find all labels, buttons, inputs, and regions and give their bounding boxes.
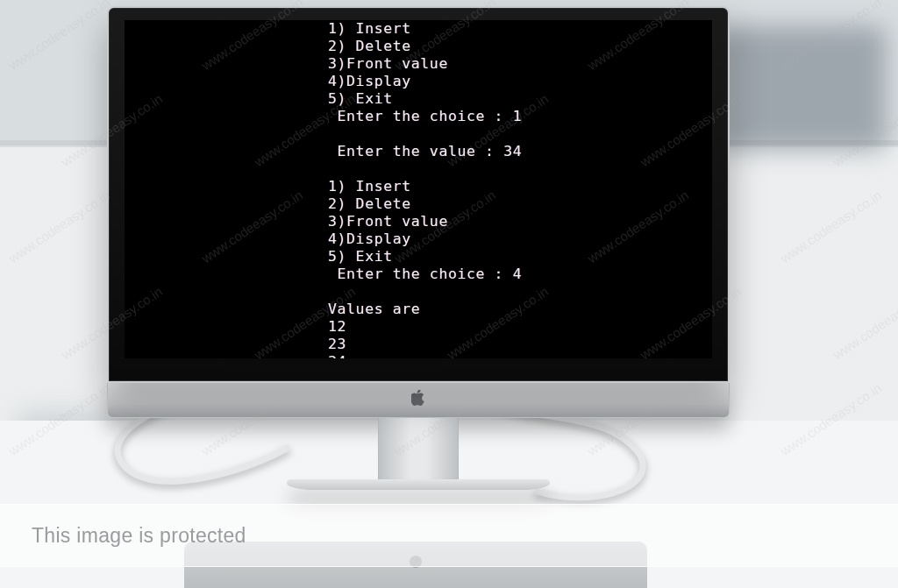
monitor-screen: 1) Insert 2) Delete 3)Front value 4)Disp… bbox=[125, 20, 712, 358]
protection-overlay-text: This image is protected bbox=[32, 524, 246, 548]
terminal-output: 1) Insert 2) Delete 3)Front value 4)Disp… bbox=[125, 20, 712, 358]
monitor: 1) Insert 2) Delete 3)Front value 4)Disp… bbox=[107, 6, 730, 490]
monitor-bezel: 1) Insert 2) Delete 3)Front value 4)Disp… bbox=[107, 6, 730, 383]
monitor-chin bbox=[107, 383, 730, 418]
monitor-stand-base bbox=[287, 479, 550, 490]
monitor-stand-neck bbox=[378, 418, 459, 479]
apple-logo-icon bbox=[411, 390, 425, 410]
protection-overlay-bar: This image is protected bbox=[0, 504, 898, 567]
